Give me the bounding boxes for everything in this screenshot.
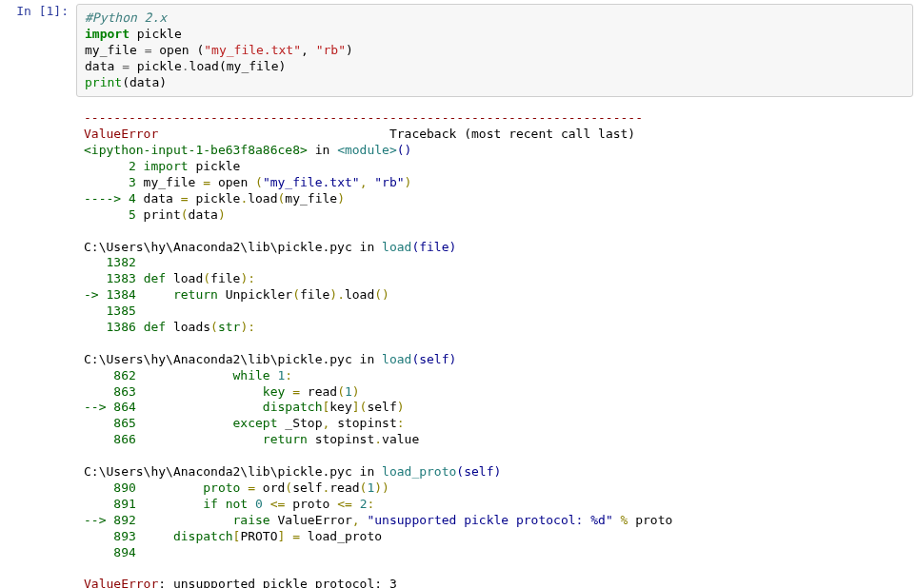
output-cell: ----------------------------------------… [0,101,917,588]
frame-path: C:\Users\hy\Anaconda2\lib\pickle.pyc [84,240,352,254]
input-prompt: In [1]: [4,4,76,97]
error-class: ValueError [84,127,158,141]
code-input[interactable]: #Python 2.x import pickle my_file = open… [76,4,913,97]
frame-path: C:\Users\hy\Anaconda2\lib\pickle.pyc [84,352,352,366]
error-final-class: ValueError [84,577,158,588]
output-prompt [4,105,76,588]
frame-path: C:\Users\hy\Anaconda2\lib\pickle.pyc [84,464,352,479]
traceback-divider: ----------------------------------------… [84,110,643,125]
error-final-message: unsupported pickle protocol: 3 [173,577,397,588]
ipython-input-ref: <ipython-input-1-be63f8a86ce8> [84,143,308,157]
error-traceback: ----------------------------------------… [76,105,913,588]
code-line: #Python 2.x [85,10,167,25]
input-cell: In [1]: #Python 2.x import pickle my_fil… [0,0,917,101]
